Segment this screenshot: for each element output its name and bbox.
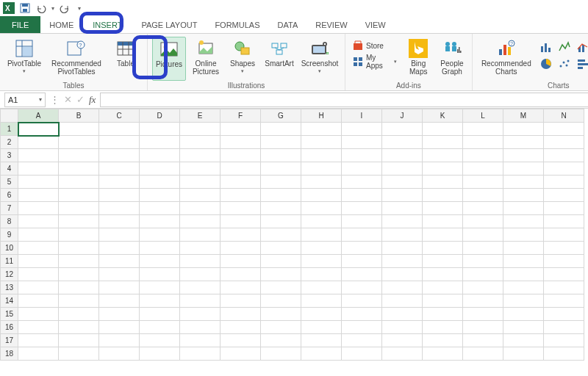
column-header[interactable]: F xyxy=(220,109,261,123)
cell[interactable] xyxy=(463,242,503,255)
cell[interactable] xyxy=(140,189,180,202)
cell[interactable] xyxy=(342,281,382,294)
hierarchy-chart-button[interactable] xyxy=(557,40,572,54)
cell[interactable] xyxy=(544,281,584,294)
tab-home[interactable]: HOME xyxy=(40,16,82,33)
cell[interactable] xyxy=(220,255,261,268)
store-button[interactable]: Store xyxy=(350,38,400,53)
cell[interactable] xyxy=(220,162,261,176)
cell[interactable] xyxy=(99,242,140,255)
cell[interactable] xyxy=(99,347,140,361)
cell[interactable] xyxy=(544,228,584,242)
cell[interactable] xyxy=(59,215,99,228)
people-graph-button[interactable]: People Graph xyxy=(437,37,467,81)
tab-insert[interactable]: INSERT xyxy=(82,16,132,33)
cell[interactable] xyxy=(423,202,463,215)
cell[interactable] xyxy=(99,176,140,189)
cell[interactable] xyxy=(99,281,140,294)
cell[interactable] xyxy=(18,123,59,136)
cell[interactable] xyxy=(382,281,423,294)
cell[interactable] xyxy=(463,123,503,136)
cell[interactable] xyxy=(180,176,220,189)
cell[interactable] xyxy=(342,228,382,242)
cell[interactable] xyxy=(301,281,342,294)
cell[interactable] xyxy=(301,228,342,242)
cell[interactable] xyxy=(301,149,342,162)
row-header[interactable]: 5 xyxy=(1,176,18,189)
cell[interactable] xyxy=(180,189,220,202)
cell[interactable] xyxy=(261,255,301,268)
cell[interactable] xyxy=(99,162,140,176)
cell[interactable] xyxy=(59,202,99,215)
tab-data[interactable]: DATA xyxy=(269,16,307,33)
column-header[interactable]: E xyxy=(180,109,220,123)
cell[interactable] xyxy=(463,149,503,162)
cell[interactable] xyxy=(423,334,463,347)
cell[interactable] xyxy=(261,202,301,215)
fx-icon[interactable]: fx xyxy=(89,94,96,106)
column-header[interactable]: B xyxy=(59,109,99,123)
cell[interactable] xyxy=(382,136,423,149)
online-pictures-button[interactable]: Online Pictures xyxy=(189,37,223,81)
cell[interactable] xyxy=(503,334,544,347)
cell[interactable] xyxy=(544,162,584,176)
smartart-button[interactable]: SmartArt xyxy=(262,37,296,81)
cell[interactable] xyxy=(18,281,59,294)
row-header[interactable]: 9 xyxy=(1,228,18,242)
cell[interactable] xyxy=(301,162,342,176)
cell[interactable] xyxy=(18,215,59,228)
cell[interactable] xyxy=(140,321,180,334)
cell[interactable] xyxy=(423,136,463,149)
redo-icon[interactable] xyxy=(59,2,71,14)
row-header[interactable]: 11 xyxy=(1,255,18,268)
bar-chart-button[interactable] xyxy=(576,57,588,71)
cell[interactable] xyxy=(220,334,261,347)
cell[interactable] xyxy=(220,149,261,162)
cell[interactable] xyxy=(503,189,544,202)
cell[interactable] xyxy=(261,189,301,202)
cell[interactable] xyxy=(261,294,301,308)
column-header[interactable]: J xyxy=(382,109,423,123)
cell[interactable] xyxy=(220,268,261,281)
cell[interactable] xyxy=(99,189,140,202)
cell[interactable] xyxy=(59,176,99,189)
cell[interactable] xyxy=(503,321,544,334)
cell[interactable] xyxy=(261,321,301,334)
cell[interactable] xyxy=(140,308,180,321)
cell[interactable] xyxy=(99,149,140,162)
cell[interactable] xyxy=(99,215,140,228)
cell[interactable] xyxy=(342,255,382,268)
cell[interactable] xyxy=(382,321,423,334)
cell[interactable] xyxy=(301,242,342,255)
cell[interactable] xyxy=(140,202,180,215)
cell[interactable] xyxy=(301,347,342,361)
cell[interactable] xyxy=(544,202,584,215)
row-header[interactable]: 17 xyxy=(1,334,18,347)
cell[interactable] xyxy=(503,176,544,189)
cell[interactable] xyxy=(382,202,423,215)
cell[interactable] xyxy=(140,215,180,228)
cell[interactable] xyxy=(180,136,220,149)
cell[interactable] xyxy=(140,242,180,255)
cell[interactable] xyxy=(423,189,463,202)
cell[interactable] xyxy=(342,347,382,361)
cell[interactable] xyxy=(342,189,382,202)
cell[interactable] xyxy=(301,321,342,334)
cell[interactable] xyxy=(463,281,503,294)
cell[interactable] xyxy=(463,321,503,334)
row-header[interactable]: 12 xyxy=(1,268,18,281)
cell[interactable] xyxy=(423,123,463,136)
cell[interactable] xyxy=(342,202,382,215)
cell[interactable] xyxy=(180,347,220,361)
row-header[interactable]: 3 xyxy=(1,149,18,162)
column-header[interactable]: C xyxy=(99,109,140,123)
cell[interactable] xyxy=(180,202,220,215)
cell[interactable] xyxy=(18,294,59,308)
cell[interactable] xyxy=(423,308,463,321)
select-all-corner[interactable] xyxy=(1,109,18,123)
combo-chart-button[interactable] xyxy=(576,40,588,54)
cell[interactable] xyxy=(544,136,584,149)
cell[interactable] xyxy=(301,215,342,228)
worksheet-grid[interactable]: ABCDEFGHIJKLMN12345678910111213141516171… xyxy=(0,109,588,376)
cell[interactable] xyxy=(140,162,180,176)
